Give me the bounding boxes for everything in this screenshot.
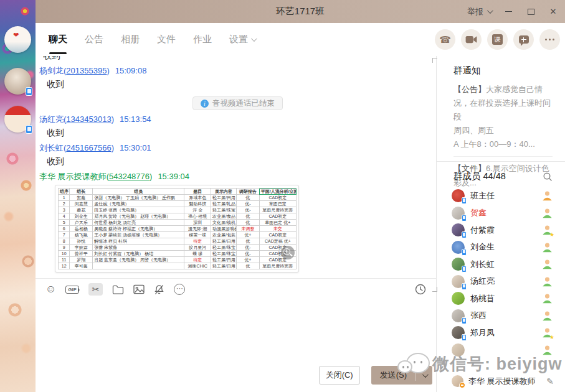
table-cell: 樨茶一味	[184, 232, 211, 238]
panel-splitter-handle[interactable]	[432, 58, 437, 63]
send-button[interactable]: 发送(S)	[371, 366, 432, 385]
sender-name[interactable]: 汤红亮	[39, 114, 64, 125]
minimize-button[interactable]	[499, 4, 518, 20]
member-name: 汤红亮	[470, 276, 542, 287]
tab[interactable]: 作业	[193, 23, 212, 56]
tab[interactable]: 文件	[157, 23, 176, 56]
video-call-button[interactable]	[461, 29, 482, 50]
close-chat-button[interactable]: 关闭(C)	[319, 366, 360, 385]
member-row[interactable]: 郑月凤 ★	[437, 324, 565, 342]
table-cell: 农业展/食品	[211, 213, 237, 220]
table-cell: 待定	[184, 257, 211, 263]
chevron-down-icon	[422, 371, 428, 378]
panel-splitter-handle[interactable]	[432, 287, 437, 292]
member-avatar	[452, 326, 465, 339]
table-cell: 轻工展/珠宝	[211, 245, 237, 251]
gif-button[interactable]: GIF	[65, 282, 78, 297]
message-time: 15:09:08	[115, 66, 147, 75]
emoji-button[interactable]: ☺	[45, 282, 56, 297]
member-row[interactable]: 付紫霞 ★	[437, 222, 565, 239]
close-window-button[interactable]: ✕	[544, 4, 563, 20]
table-cell: 卢天乐	[70, 220, 93, 226]
message-text: 收到	[39, 79, 436, 90]
message-history-button[interactable]	[415, 282, 426, 297]
search-icon[interactable]	[543, 172, 553, 182]
zoom-in-icon[interactable]	[281, 246, 295, 259]
tab[interactable]: 相册	[121, 23, 140, 56]
voice-call-button[interactable]: ☎	[435, 29, 455, 50]
tab[interactable]: 公告	[85, 23, 103, 56]
device-badge-icon	[462, 215, 467, 222]
qq-group-chat-window: ❤ 环艺1717班 举报 ✕ 聊天	[0, 0, 565, 392]
more-actions-button[interactable]	[539, 29, 560, 50]
notice-item[interactable]: 【公告】大家感觉自己情况，在群投票选择上课时间段 周四、周五 A 上午8：00—…	[453, 83, 553, 151]
chat-avatar-3[interactable]	[4, 106, 31, 133]
chat-avatar-2[interactable]	[4, 68, 31, 95]
sender-qq[interactable]: 2451667566	[66, 143, 111, 152]
image-message-group-table[interactable]: 组序组长组员题目展示内容调研报告平面/人流分析/立面 1贺鑫张甜（无电脑） 丁玉…	[55, 185, 299, 273]
table-row: 3蔡花田玉婷 张西（无电脑）浮 金轻工展/珠宝优-草图尺度待完善	[59, 207, 297, 213]
sender-name[interactable]: 杨剑龙	[39, 65, 64, 77]
device-badge-icon	[462, 283, 467, 290]
group-table: 组序组长组员题目展示内容调研报告平面/人流分析/立面 1贺鑫张甜（无电脑） 丁玉…	[58, 188, 297, 269]
table-cell: 优-	[236, 245, 259, 251]
table-header-cell: 组序	[59, 189, 70, 195]
table-header-cell: 展示内容	[211, 189, 237, 195]
mute-notifications-button[interactable]	[154, 282, 164, 297]
table-cell: 优	[236, 238, 259, 245]
tab[interactable]: 聊天	[49, 23, 67, 56]
send-file-button[interactable]	[112, 282, 124, 297]
message-text: 收到	[39, 128, 436, 139]
member-row[interactable]: 刘长虹 ★	[437, 256, 565, 273]
star-badge-icon: ★	[549, 231, 554, 238]
tab[interactable]: 设置	[229, 23, 255, 56]
message-input[interactable]	[36, 300, 436, 365]
table-cell: 刘金生	[70, 213, 93, 220]
sender-qq[interactable]: 1343453013	[66, 114, 111, 124]
ellipsis-circle-icon: ⋯	[174, 284, 185, 295]
bell-slash-icon	[154, 284, 164, 295]
table-cell: 解懦冰 程贝 杜琪	[93, 238, 184, 245]
sender-name[interactable]: 刘长虹	[39, 142, 64, 154]
more-tools-button[interactable]: ⋯	[174, 282, 185, 297]
member-row[interactable]: 刘金生 ★	[437, 239, 565, 256]
member-row[interactable]: 贺鑫 ★	[437, 205, 565, 222]
group-notice-section[interactable]: 群通知 【公告】大家感觉自己情况，在群投票选择上课时间段 周四、周五 A 上午8…	[437, 56, 565, 161]
table-cell: 优+	[236, 232, 259, 238]
sender-name[interactable]: 李华 展示授课教师	[39, 171, 107, 182]
table-cell: 优	[236, 195, 259, 201]
member-row[interactable]: 张西 ★	[437, 307, 565, 325]
chat-avatar-1[interactable]: ❤	[4, 26, 31, 53]
member-avatar	[452, 309, 465, 322]
class-tool-button[interactable]: 课	[487, 29, 508, 50]
member-name: 杨桃苜	[470, 293, 542, 304]
send-image-button[interactable]	[133, 282, 145, 297]
message-area[interactable]: 收到 杨剑龙(201355395) 15:09:08 收到 i 音视频通话已结束…	[36, 56, 436, 278]
member-level-icon: ★	[542, 293, 553, 304]
table-cell: 轻工展/日用	[211, 238, 237, 245]
feedback-button[interactable]	[513, 29, 534, 50]
report-button[interactable]: 举报	[463, 6, 495, 17]
message-header: 汤红亮(1343453013) 15:13:54	[39, 114, 436, 124]
table-cell: 优-	[236, 207, 259, 213]
table-cell: CAD定稿 优+	[259, 238, 296, 245]
bubble-plus-icon	[519, 35, 529, 44]
sender-qq[interactable]: 201355395	[66, 66, 107, 75]
message-header: 刘长虹(2451667566) 15:30:01	[39, 142, 436, 153]
maximize-button[interactable]	[521, 4, 540, 20]
member-row[interactable]: 汤红亮 ★	[437, 273, 565, 291]
table-cell: 优	[236, 213, 259, 220]
phone-icon: ☎	[439, 35, 451, 44]
member-row[interactable]: 班主任 ★	[437, 187, 565, 205]
chat-panel: 收到 杨剑龙(201355395) 15:09:08 收到 i 音视频通话已结束…	[36, 56, 436, 392]
edit-pencil-icon[interactable]: ✎	[546, 376, 554, 386]
table-cell: 罗翔	[70, 257, 93, 263]
sender-qq[interactable]: 543248776	[109, 172, 150, 181]
chevron-down-icon	[251, 35, 257, 42]
member-row[interactable]: ★	[437, 342, 565, 359]
table-cell: 张蕾 宋紫薇	[93, 245, 184, 251]
self-name: 李华 展示授课教师	[468, 376, 546, 387]
screenshot-button[interactable]: ✂	[88, 282, 103, 297]
member-row[interactable]: 杨桃苜 ★	[437, 290, 565, 307]
send-options-button[interactable]	[416, 373, 432, 378]
